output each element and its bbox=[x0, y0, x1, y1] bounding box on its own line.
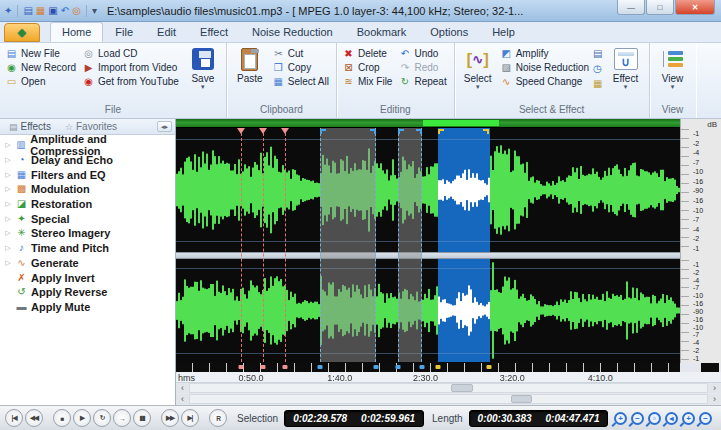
qat-dropdown-icon[interactable]: ▾ bbox=[92, 6, 97, 16]
tab-options[interactable]: Options bbox=[418, 22, 480, 42]
region-highlight[interactable] bbox=[398, 128, 423, 362]
amplify-button[interactable]: ◩Amplify bbox=[500, 48, 589, 59]
redo-button[interactable]: ↷Redo bbox=[398, 62, 446, 73]
fast-forward-button[interactable]: ▶▶ bbox=[161, 409, 179, 427]
bookmark-marker-icon[interactable] bbox=[259, 128, 267, 134]
region-highlight[interactable] bbox=[320, 128, 376, 362]
delete-button[interactable]: ✖Delete bbox=[342, 48, 392, 59]
copy-button[interactable]: ❐Copy bbox=[272, 62, 329, 73]
application-menu-button[interactable]: ◆ bbox=[4, 23, 40, 42]
tab-noise-reduction[interactable]: Noise Reduction bbox=[240, 22, 345, 42]
region-end-marker-icon[interactable] bbox=[416, 129, 422, 134]
tab-effects[interactable]: ▤Effects bbox=[3, 120, 57, 133]
overview-bar[interactable] bbox=[176, 119, 680, 128]
scroll-right-arrow[interactable]: › bbox=[708, 394, 721, 404]
tab-help[interactable]: Help bbox=[480, 22, 527, 42]
waveform-left-channel[interactable] bbox=[176, 128, 680, 252]
tree-item-restoration[interactable]: ▷◪Restoration bbox=[4, 197, 175, 212]
view-button[interactable]: View ▾ bbox=[653, 45, 693, 90]
region-start-marker-icon[interactable] bbox=[320, 129, 326, 134]
scrollbar-thumb[interactable] bbox=[511, 395, 533, 403]
tree-item-time-and-pitch[interactable]: ▷♪Time and Pitch bbox=[4, 241, 175, 256]
bookmark-line[interactable] bbox=[285, 128, 286, 362]
region-start-marker-icon[interactable] bbox=[398, 129, 404, 134]
bookmark-marker-icon[interactable] bbox=[237, 128, 245, 134]
paste-button[interactable]: Paste bbox=[230, 45, 270, 84]
expand-arrow-icon[interactable]: ▷ bbox=[4, 244, 12, 252]
crop-button[interactable]: ⊠Crop bbox=[342, 62, 392, 73]
tree-item-apply-mute[interactable]: ▬Apply Mute bbox=[4, 300, 175, 315]
import-from-video-button[interactable]: ▶Import from Video bbox=[82, 62, 179, 73]
get-from-youtube-button[interactable]: ◉Get from YouTube bbox=[82, 76, 179, 87]
zoom-in-button[interactable]: + bbox=[614, 412, 627, 425]
tab-edit[interactable]: Edit bbox=[145, 22, 188, 42]
maximize-button[interactable]: □ bbox=[646, 0, 674, 15]
load-cd-button[interactable]: ◎Load CD bbox=[82, 48, 179, 59]
stop-button[interactable]: ■ bbox=[53, 409, 71, 427]
speed-change-button[interactable]: ∿Speed Change bbox=[500, 76, 589, 87]
tab-effect[interactable]: Effect bbox=[188, 22, 240, 42]
new-record-button[interactable]: ◉New Record bbox=[5, 62, 76, 73]
expand-arrow-icon[interactable]: ▷ bbox=[4, 259, 12, 267]
expand-arrow-icon[interactable]: ▷ bbox=[4, 171, 12, 179]
tab-home[interactable]: Home bbox=[50, 22, 103, 42]
select-button[interactable]: [∿] Select ▾ bbox=[458, 45, 498, 90]
play-button[interactable]: ▶ bbox=[73, 409, 91, 427]
timer-icon[interactable]: ◷ bbox=[593, 63, 602, 74]
pause-button[interactable]: ▮▮ bbox=[133, 409, 151, 427]
cut-button[interactable]: ✂Cut bbox=[272, 48, 329, 59]
tree-item-apply-invert[interactable]: ✗Apply Invert bbox=[4, 270, 175, 285]
selection-start-marker-icon[interactable] bbox=[438, 129, 444, 134]
select-all-button[interactable]: ▦Select All bbox=[272, 76, 329, 87]
minimize-button[interactable]: — bbox=[617, 0, 645, 15]
zoom-vertical-in-button[interactable]: + bbox=[682, 412, 695, 425]
expand-arrow-icon[interactable]: ▷ bbox=[4, 215, 12, 223]
new-file-button[interactable]: ▤New File bbox=[5, 48, 76, 59]
noise-reduction-button[interactable]: ▨Noise Reduction bbox=[500, 62, 589, 73]
waveform-display[interactable] bbox=[176, 119, 680, 363]
zoom-out-button[interactable]: − bbox=[631, 412, 644, 425]
expand-arrow-icon[interactable]: ▷ bbox=[4, 200, 12, 208]
marquee-tool-icon[interactable]: ▤ bbox=[593, 48, 602, 59]
repeat-button[interactable]: ↻Repeat bbox=[398, 76, 446, 87]
undo-button[interactable]: ↶Undo bbox=[398, 48, 446, 59]
expand-arrow-icon[interactable]: ▷ bbox=[4, 141, 12, 149]
open-icon[interactable]: ▦ bbox=[36, 6, 45, 16]
pane-cycle-button[interactable]: ◂▸ bbox=[157, 121, 172, 132]
zoom-selection-button[interactable]: ▫ bbox=[648, 412, 661, 425]
tree-item-special[interactable]: ▷✦Special bbox=[4, 211, 175, 226]
zoom-vertical-out-button[interactable]: − bbox=[699, 412, 712, 425]
tree-item-stereo-imagery[interactable]: ▷✳Stereo Imagery bbox=[4, 226, 175, 241]
skip-start-button[interactable]: |◀ bbox=[5, 409, 23, 427]
region-end-marker-icon[interactable] bbox=[370, 129, 376, 134]
waveform-right-channel[interactable] bbox=[176, 259, 680, 362]
bookmark-line[interactable] bbox=[241, 128, 242, 362]
tree-item-filters-and-eq[interactable]: ▷▦Filters and EQ bbox=[4, 167, 175, 182]
scrollbar-thumb[interactable] bbox=[451, 384, 473, 392]
tree-item-generate[interactable]: ▷∿Generate bbox=[4, 256, 175, 271]
effect-button[interactable]: ∪ Effect ▾ bbox=[606, 45, 646, 90]
selection-end-marker-icon[interactable] bbox=[483, 129, 489, 134]
expand-arrow-icon[interactable]: ▷ bbox=[4, 229, 12, 237]
record-button[interactable]: R bbox=[209, 409, 227, 427]
scroll-left-arrow[interactable]: ‹ bbox=[176, 383, 189, 393]
tree-item-modulation[interactable]: ▷▩Modulation bbox=[4, 182, 175, 197]
save-icon[interactable]: ▣ bbox=[48, 6, 57, 16]
loop-button[interactable]: ↻ bbox=[93, 409, 111, 427]
tree-item-amplitude-and-compression[interactable]: ▷▥Amplitude and Compression bbox=[4, 138, 175, 153]
app-icon[interactable]: ✦ bbox=[4, 6, 12, 16]
grid-icon[interactable]: ▦ bbox=[593, 78, 602, 89]
zoom-full-button[interactable]: ◂ bbox=[665, 412, 678, 425]
save-button[interactable]: Save ▾ bbox=[183, 45, 223, 90]
expand-arrow-icon[interactable]: ▷ bbox=[4, 185, 12, 193]
play-selection-button[interactable]: → bbox=[113, 409, 131, 427]
open-button[interactable]: ▭Open bbox=[5, 76, 76, 87]
undo-icon[interactable]: ↶ bbox=[61, 6, 69, 16]
scroll-right-arrow[interactable]: › bbox=[708, 383, 721, 393]
new-file-icon[interactable]: ▤ bbox=[23, 6, 32, 16]
mix-file-button[interactable]: ≋Mix File bbox=[342, 76, 392, 87]
scroll-left-arrow[interactable]: ‹ bbox=[176, 394, 189, 404]
bookmark-marker-icon[interactable] bbox=[281, 128, 289, 134]
channel-divider[interactable] bbox=[176, 252, 680, 259]
tree-item-apply-reverse[interactable]: ↺Apply Reverse bbox=[4, 285, 175, 300]
